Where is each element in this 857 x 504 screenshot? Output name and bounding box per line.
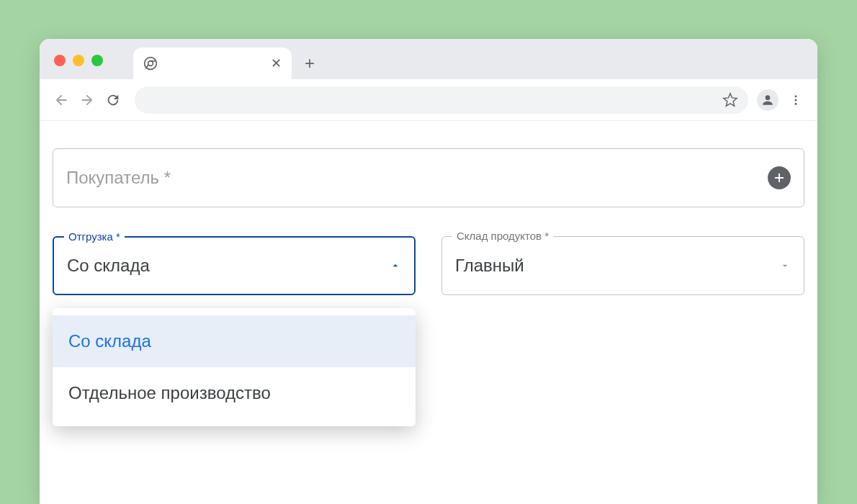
close-tab-icon[interactable]: ✕ bbox=[271, 57, 282, 70]
address-bar[interactable] bbox=[135, 86, 748, 114]
maximize-window-button[interactable] bbox=[91, 55, 103, 66]
shipment-select[interactable]: Отгрузка * Со склада bbox=[53, 236, 416, 295]
profile-avatar[interactable] bbox=[757, 89, 779, 111]
browser-window: ✕ + Покупатель * bbox=[40, 39, 817, 504]
svg-point-1 bbox=[148, 61, 153, 66]
browser-tab[interactable]: ✕ bbox=[133, 48, 292, 79]
window-controls bbox=[54, 55, 103, 66]
svg-point-7 bbox=[795, 99, 797, 101]
page-content: Покупатель * Отгрузка * Со склада Со скл… bbox=[40, 121, 817, 295]
warehouse-select[interactable]: Склад продуктов * Главный bbox=[441, 236, 804, 295]
shipment-option-from-warehouse[interactable]: Со склада bbox=[53, 315, 416, 367]
caret-up-icon bbox=[390, 260, 401, 271]
star-icon[interactable] bbox=[722, 92, 738, 108]
reload-button[interactable] bbox=[104, 91, 122, 109]
plus-icon bbox=[773, 171, 786, 184]
add-buyer-button[interactable] bbox=[768, 166, 791, 189]
close-window-button[interactable] bbox=[54, 55, 66, 66]
shipment-option-separate-production[interactable]: Отдельное производство bbox=[53, 367, 416, 419]
caret-down-icon bbox=[779, 260, 791, 271]
back-button[interactable] bbox=[53, 91, 70, 109]
warehouse-label: Склад продуктов * bbox=[452, 230, 553, 242]
chrome-icon bbox=[143, 56, 158, 71]
shipment-label: Отгрузка * bbox=[64, 230, 125, 243]
menu-button[interactable] bbox=[787, 91, 804, 109]
buyer-field[interactable]: Покупатель * bbox=[53, 148, 804, 207]
warehouse-value: Главный bbox=[455, 256, 524, 276]
new-tab-button[interactable]: + bbox=[305, 53, 315, 73]
shipment-value: Со склада bbox=[67, 256, 150, 276]
browser-toolbar bbox=[40, 79, 817, 121]
tab-bar: ✕ + bbox=[40, 39, 817, 79]
buyer-placeholder: Покупатель * bbox=[66, 168, 171, 188]
shipment-dropdown: Со склада Отдельное производство bbox=[53, 308, 416, 426]
svg-point-8 bbox=[795, 102, 797, 104]
forward-button[interactable] bbox=[78, 91, 96, 109]
minimize-window-button[interactable] bbox=[73, 55, 84, 66]
svg-point-6 bbox=[795, 95, 797, 97]
